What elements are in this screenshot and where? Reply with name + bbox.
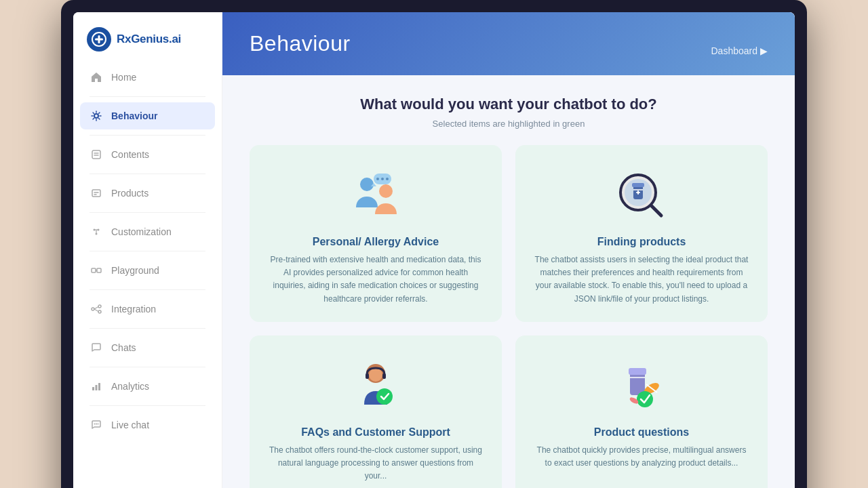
sidebar-item-products[interactable]: Products: [80, 180, 215, 207]
svg-rect-41: [637, 190, 639, 195]
sidebar-navigation: Home Behaviour: [73, 64, 222, 439]
contents-icon: [90, 148, 103, 161]
svg-rect-2: [95, 39, 103, 41]
divider: [90, 174, 205, 174]
divider: [90, 212, 205, 213]
card-title-faqs-support: FAQs and Customer Support: [301, 426, 450, 439]
behaviour-icon: [90, 109, 103, 123]
card-icon-personal-allergy: [345, 165, 406, 226]
svg-rect-16: [97, 268, 101, 272]
analytics-icon: [90, 380, 103, 393]
svg-point-33: [386, 178, 389, 180]
card-desc-finding-products: The chatbot assists users in selecting t…: [533, 253, 750, 306]
main-area: Behaviour Dashboard ▶ What would you wan…: [222, 12, 795, 488]
divider: [90, 96, 205, 97]
products-icon: [90, 186, 103, 200]
laptop-screen: RxGenius.ai Home: [73, 12, 795, 488]
svg-rect-25: [98, 383, 100, 390]
card-icon-finding-products: [611, 165, 672, 226]
svg-line-42: [652, 206, 661, 216]
sidebar-item-customization[interactable]: Customization: [80, 218, 215, 245]
svg-rect-45: [366, 373, 369, 379]
svg-point-29: [360, 178, 374, 191]
svg-line-22: [94, 309, 98, 312]
card-title-product-questions: Product questions: [594, 426, 689, 439]
sidebar-item-integration[interactable]: Integration: [80, 296, 215, 323]
app-layout: RxGenius.ai Home: [73, 12, 795, 488]
sidebar-item-analytics[interactable]: Analytics: [80, 373, 215, 400]
svg-point-34: [379, 184, 393, 198]
sidebar-label-live-chat: Live chat: [111, 420, 149, 430]
card-desc-product-questions: The chatbot quickly provides precise, mu…: [533, 444, 750, 470]
svg-point-44: [369, 368, 382, 382]
sidebar-label-home: Home: [111, 72, 136, 83]
card-personal-allergy[interactable]: Personal/ Allergy Advice Pre-trained wit…: [250, 145, 502, 322]
logo-icon: [87, 27, 111, 52]
sidebar: RxGenius.ai Home: [73, 12, 222, 488]
chats-icon: [90, 341, 103, 354]
card-icon-product-questions: [611, 356, 672, 417]
svg-rect-46: [382, 373, 386, 379]
card-finding-products[interactable]: Finding products The chatbot assists use…: [515, 145, 768, 322]
card-desc-faqs-support: The chatbot offers round-the-clock custo…: [267, 444, 484, 483]
card-title-personal-allergy: Personal/ Allergy Advice: [313, 236, 439, 248]
sidebar-item-behaviour[interactable]: Behaviour: [80, 102, 215, 129]
svg-rect-15: [92, 268, 96, 272]
svg-point-18: [92, 308, 94, 310]
card-product-questions[interactable]: Product questions The chatbot quickly pr…: [515, 336, 768, 488]
divider: [90, 135, 205, 136]
sidebar-label-contents: Contents: [111, 149, 149, 160]
card-desc-personal-allergy: Pre-trained with extensive health and me…: [267, 253, 484, 306]
svg-point-31: [376, 178, 379, 180]
sidebar-label-analytics: Analytics: [111, 381, 149, 392]
svg-line-21: [94, 307, 98, 310]
logo-text: RxGenius.ai: [117, 33, 181, 46]
sidebar-item-playground[interactable]: Playground: [80, 257, 215, 284]
section-title: What would you want your chatbot to do?: [250, 96, 768, 113]
divider: [90, 289, 205, 290]
card-faqs-support[interactable]: FAQs and Customer Support The chatbot of…: [250, 336, 502, 488]
logo: RxGenius.ai: [73, 12, 222, 64]
svg-rect-49: [629, 368, 646, 375]
breadcrumb: Dashboard ▶: [711, 45, 768, 56]
sidebar-label-customization: Customization: [111, 226, 172, 237]
section-subtitle: Selected items are highlighted in green: [250, 119, 768, 129]
page-title: Behaviour: [250, 31, 351, 56]
svg-point-32: [381, 178, 384, 180]
integration-icon: [90, 302, 103, 316]
cards-grid: Personal/ Allergy Advice Pre-trained wit…: [250, 145, 768, 488]
breadcrumb-text: Dashboard: [711, 45, 758, 56]
sidebar-label-playground: Playground: [111, 265, 159, 276]
header-band: Behaviour Dashboard ▶: [222, 12, 795, 75]
sidebar-label-chats: Chats: [111, 342, 136, 353]
svg-point-26: [94, 424, 96, 425]
svg-rect-24: [96, 385, 98, 390]
sidebar-item-chats[interactable]: Chats: [80, 334, 215, 361]
playground-icon: [90, 264, 103, 277]
svg-rect-4: [92, 150, 100, 159]
sidebar-label-behaviour: Behaviour: [111, 110, 157, 121]
svg-point-47: [376, 388, 393, 405]
svg-point-53: [637, 391, 653, 407]
svg-point-20: [98, 310, 101, 313]
breadcrumb-arrow: ▶: [760, 45, 768, 56]
sidebar-label-integration: Integration: [111, 304, 156, 314]
svg-point-3: [94, 114, 98, 118]
content-area: What would you want your chatbot to do? …: [222, 75, 795, 488]
card-title-finding-products: Finding products: [597, 236, 686, 248]
sidebar-item-live-chat[interactable]: Live chat: [80, 411, 215, 439]
divider: [90, 251, 205, 251]
sidebar-item-contents[interactable]: Contents: [80, 141, 215, 168]
live-chat-icon: [90, 418, 103, 432]
card-icon-faqs-support: [345, 356, 406, 417]
divider: [90, 405, 205, 406]
svg-rect-7: [92, 190, 100, 197]
svg-rect-38: [632, 183, 644, 187]
divider: [90, 367, 205, 367]
laptop-frame: RxGenius.ai Home: [61, 0, 807, 488]
svg-point-28: [98, 424, 99, 425]
divider: [90, 328, 205, 329]
sidebar-item-home[interactable]: Home: [80, 64, 215, 91]
customization-icon: [90, 225, 103, 239]
home-icon: [90, 70, 103, 84]
